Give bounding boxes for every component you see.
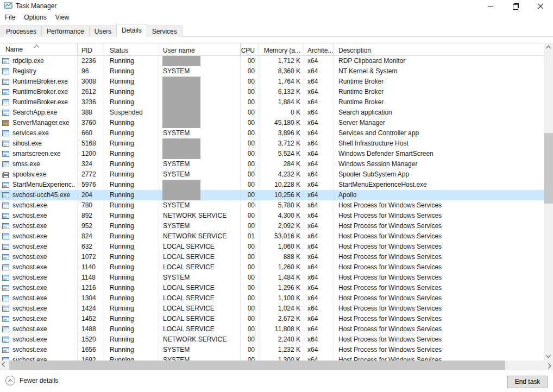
menu-item-file[interactable]: File bbox=[5, 14, 15, 21]
column-header-mem[interactable]: Memory (a... bbox=[259, 43, 304, 55]
tab-strip: ProcessesPerformanceUsersDetailsServices bbox=[0, 24, 553, 37]
fewer-details-button[interactable]: Fewer details bbox=[5, 376, 58, 385]
tab-details[interactable]: Details bbox=[116, 24, 147, 37]
column-header-cpu[interactable]: CPU bbox=[241, 43, 259, 55]
process-architecture: x64 bbox=[304, 56, 334, 66]
table-row[interactable]: svchost.exe824RunningNETWORK SERVICE0153… bbox=[0, 231, 544, 242]
column-label: Archite... bbox=[307, 47, 333, 54]
table-row[interactable]: RuntimeBroker.exe2612Running006,132 Kx64… bbox=[0, 87, 544, 97]
table-row[interactable]: spoolsv.exe2772RunningSYSTEM004,232 Kx64… bbox=[0, 169, 544, 180]
process-memory: 6,132 K bbox=[259, 87, 304, 97]
scroll-down-button[interactable] bbox=[544, 351, 553, 361]
app-process-icon bbox=[2, 130, 9, 136]
table-row[interactable]: StartMenuExperienc...5976Running0010,228… bbox=[0, 180, 544, 190]
process-name: svchost.exe bbox=[12, 231, 47, 242]
table-row[interactable]: svchost.exe1304RunningLOCAL SERVICE001,1… bbox=[0, 293, 544, 304]
horizontal-scrollbar[interactable] bbox=[0, 361, 553, 370]
redaction-box bbox=[162, 97, 200, 108]
process-architecture: x64 bbox=[304, 345, 334, 355]
column-header-desc[interactable]: Description bbox=[334, 43, 544, 55]
menu-item-options[interactable]: Options bbox=[24, 14, 46, 21]
process-user-name bbox=[160, 190, 241, 200]
table-row[interactable]: svchost.exe1488RunningLOCAL SERVICE0011,… bbox=[0, 324, 544, 334]
table-row[interactable]: svchost.exe1656RunningSYSTEM001,232 Kx64… bbox=[0, 345, 544, 355]
tab-performance[interactable]: Performance bbox=[41, 26, 90, 37]
tab-processes[interactable]: Processes bbox=[1, 26, 42, 37]
app-process-icon bbox=[2, 110, 9, 116]
process-description: StartMenuExperienceHost.exe bbox=[334, 180, 544, 190]
process-status: Running bbox=[104, 56, 160, 66]
column-header-user[interactable]: User name bbox=[160, 43, 241, 55]
process-status: Running bbox=[104, 283, 160, 293]
table-row[interactable]: SearchApp.exe388Suspended000 Kx64Search … bbox=[0, 108, 544, 118]
table-row[interactable]: svchost.exe632RunningLOCAL SERVICE001,06… bbox=[0, 242, 544, 252]
table-row[interactable]: svchost.exe1148RunningSYSTEM001,484 Kx64… bbox=[0, 273, 544, 283]
process-status: Running bbox=[104, 97, 160, 108]
process-pid: 2772 bbox=[78, 169, 104, 180]
process-architecture: x64 bbox=[304, 231, 334, 242]
process-user-name bbox=[160, 56, 241, 66]
table-row[interactable]: svchost.exe1452RunningLOCAL SERVICE002,6… bbox=[0, 314, 544, 324]
table-row[interactable]: RuntimeBroker.exe3236Running001,884 Kx64… bbox=[0, 97, 544, 108]
table-row[interactable]: svchost.exe1424RunningLOCAL SERVICE001,0… bbox=[0, 304, 544, 314]
menu-item-view[interactable]: View bbox=[55, 14, 70, 21]
scroll-right-button[interactable] bbox=[544, 361, 553, 370]
table-row[interactable]: svchost.exe1140RunningLOCAL SERVICE001,2… bbox=[0, 262, 544, 273]
table-row[interactable]: smartscreen.exe1200Running005,524 Kx64Wi… bbox=[0, 149, 544, 159]
process-name-cell: SearchApp.exe bbox=[0, 108, 78, 118]
process-memory: 45,180 K bbox=[259, 118, 304, 128]
process-description: Apollo bbox=[334, 190, 544, 200]
table-row[interactable]: smss.exe324RunningSYSTEM00284 Kx64Window… bbox=[0, 159, 544, 169]
process-memory: 2,240 K bbox=[259, 334, 304, 345]
table-row[interactable]: services.exe660RunningSYSTEM003,896 Kx64… bbox=[0, 128, 544, 138]
process-architecture: x64 bbox=[304, 242, 334, 252]
process-pid: 892 bbox=[78, 211, 104, 221]
sort-ascending-icon bbox=[34, 45, 40, 50]
process-description: Runtime Broker bbox=[334, 97, 544, 108]
tab-users[interactable]: Users bbox=[89, 26, 117, 37]
table-row[interactable]: svchost-ucch45.exe204Running0010,256 Kx6… bbox=[0, 190, 544, 200]
table-row[interactable]: svchost.exe952RunningSYSTEM002,092 Kx64H… bbox=[0, 221, 544, 231]
end-task-button[interactable]: End task bbox=[507, 376, 548, 388]
process-name-cell: svchost.exe bbox=[0, 273, 78, 283]
app-process-icon bbox=[2, 203, 9, 208]
column-header-status[interactable]: Status bbox=[104, 43, 160, 55]
minimize-button[interactable] bbox=[478, 0, 503, 13]
scroll-left-button[interactable] bbox=[0, 361, 9, 370]
tab-services[interactable]: Services bbox=[147, 26, 183, 37]
process-user-name bbox=[160, 77, 241, 87]
column-header-pid[interactable]: PID bbox=[78, 43, 104, 55]
process-user-name: LOCAL SERVICE bbox=[160, 252, 241, 262]
column-header-name[interactable]: Name bbox=[0, 43, 78, 55]
close-button[interactable] bbox=[528, 0, 553, 13]
table-row[interactable]: sihost.exe5168Running003,712 Kx64Shell I… bbox=[0, 138, 544, 149]
process-user-name bbox=[160, 87, 241, 97]
table-row[interactable]: svchost.exe1692RunningSYSTEM001,300 Kx64… bbox=[0, 355, 544, 361]
table-row[interactable]: RuntimeBroker.exe3008Running001,764 Kx64… bbox=[0, 77, 544, 87]
process-memory: 10,228 K bbox=[259, 180, 304, 190]
table-row[interactable]: rdpclip.exe2236Running001,712 Kx64RDP Cl… bbox=[0, 56, 544, 66]
app-process-icon bbox=[2, 141, 9, 147]
horizontal-scrollbar-thumb[interactable] bbox=[9, 361, 505, 370]
vertical-scrollbar-thumb[interactable] bbox=[544, 133, 553, 204]
scroll-up-button[interactable] bbox=[544, 43, 553, 52]
table-row[interactable]: svchost.exe1216RunningLOCAL SERVICE001,2… bbox=[0, 283, 544, 293]
chevron-up-icon bbox=[546, 46, 551, 51]
printer-process-icon bbox=[2, 173, 9, 178]
table-row[interactable]: svchost.exe1520RunningNETWORK SERVICE002… bbox=[0, 334, 544, 345]
vertical-scrollbar[interactable] bbox=[544, 43, 553, 361]
column-header-arch[interactable]: Archite... bbox=[304, 43, 334, 55]
process-description: Host Process for Windows Services bbox=[334, 242, 544, 252]
process-description: Host Process for Windows Services bbox=[334, 221, 544, 231]
process-user-name bbox=[160, 108, 241, 118]
table-row[interactable]: svchost.exe892RunningNETWORK SERVICE004,… bbox=[0, 211, 544, 221]
table-row[interactable]: svchost.exe1072RunningLOCAL SERVICE00888… bbox=[0, 252, 544, 262]
table-row[interactable]: Registry96RunningSYSTEM008,360 Kx64NT Ke… bbox=[0, 66, 544, 77]
table-row[interactable]: ServerManager.exe3760Running0045,180 Kx6… bbox=[0, 118, 544, 128]
restore-button[interactable] bbox=[503, 0, 528, 13]
table-row[interactable]: svchost.exe780RunningSYSTEM005,780 Kx64H… bbox=[0, 200, 544, 211]
process-cpu: 00 bbox=[241, 108, 259, 118]
process-name-cell: svchost.exe bbox=[0, 304, 78, 314]
process-memory: 8,360 K bbox=[259, 66, 304, 77]
process-status: Running bbox=[104, 66, 160, 77]
